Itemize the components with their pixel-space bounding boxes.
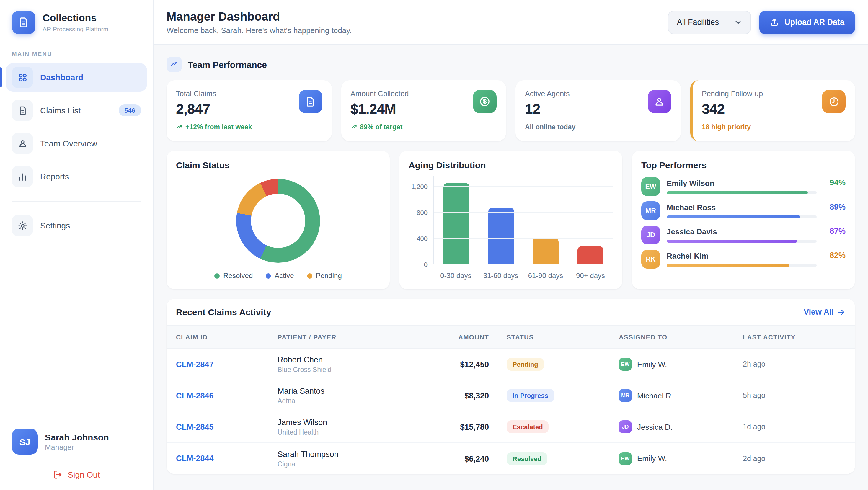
progress-fill xyxy=(666,215,800,218)
facility-filter-select[interactable]: All Facilities xyxy=(668,10,751,34)
sidebar-divider xyxy=(12,201,141,202)
patient-name: Sarah Thompson xyxy=(278,450,447,458)
avatar: EW xyxy=(641,177,660,196)
aging-yaxis: 04008001,200 xyxy=(409,176,433,265)
charts-row: Claim Status Resolved Active xyxy=(166,151,855,289)
progress-fill xyxy=(666,264,790,267)
stat-note: 89% of target xyxy=(350,123,497,130)
claims-count-badge: 546 xyxy=(118,104,141,116)
trend-up-icon xyxy=(350,124,357,130)
profile-name: Sarah Johnson xyxy=(45,432,109,442)
status-badge: In Progress xyxy=(507,389,554,402)
claim-amount: $12,450 xyxy=(460,360,489,369)
logout-icon xyxy=(53,470,63,479)
claim-amount: $8,320 xyxy=(464,391,489,400)
table-row[interactable]: CLM-2844 Sarah Thompson Cigna $6,240 Res… xyxy=(166,443,855,474)
last-activity: 1d ago xyxy=(743,423,845,431)
performer-name: Rachel Kim xyxy=(666,251,817,261)
sidebar-item-label: Team Overview xyxy=(40,139,141,148)
legend-item: Resolved xyxy=(214,272,253,280)
sidebar-item-team-overview[interactable]: Team Overview xyxy=(6,129,147,158)
claim-status-card: Claim Status Resolved Active xyxy=(166,151,390,289)
menu-section-label: MAIN MENU xyxy=(0,51,153,57)
upload-ar-data-button[interactable]: Upload AR Data xyxy=(760,10,855,34)
active-indicator xyxy=(0,67,2,87)
table-row[interactable]: CLM-2846 Maria Santos Aetna $8,320 In Pr… xyxy=(166,380,855,411)
payer-name: United Health xyxy=(278,429,447,436)
table-row[interactable]: CLM-2847 Robert Chen Blue Cross Shield $… xyxy=(166,349,855,380)
app-logo-icon xyxy=(12,11,35,34)
view-all-link[interactable]: View All xyxy=(804,308,845,316)
section-title: Team Performance xyxy=(188,59,267,69)
claim-id-link[interactable]: CLM-2846 xyxy=(176,391,271,400)
upload-icon xyxy=(770,18,779,27)
last-activity: 2h ago xyxy=(743,360,845,368)
dollar-icon xyxy=(473,90,497,113)
app-tagline: AR Processing Platform xyxy=(42,25,108,32)
claim-amount: $15,780 xyxy=(460,423,489,432)
bar-31-60-days xyxy=(488,208,514,265)
progress-track xyxy=(666,240,817,243)
clock-icon xyxy=(822,90,845,113)
avatar: EW xyxy=(619,452,632,465)
assignee-cell: MR Michael R. xyxy=(619,389,743,402)
assignee-name: Emily W. xyxy=(637,454,667,463)
stat-note: +12% from last week xyxy=(176,123,322,130)
assignee-name: Michael R. xyxy=(637,391,674,400)
dashboard-content: Team Performance Total Claims 2,847 xyxy=(154,45,868,490)
progress-track xyxy=(666,215,817,218)
donut-hole xyxy=(251,194,305,248)
y-tick-label: 400 xyxy=(416,235,428,242)
sign-out-button[interactable]: Sign Out xyxy=(0,470,153,479)
recent-claims-card: Recent Claims Activity View All CLAIM ID… xyxy=(166,299,855,474)
table-row[interactable]: CLM-2845 James Wilson United Health $15,… xyxy=(166,411,855,443)
y-tick-label: 1,200 xyxy=(411,183,428,190)
sidebar-item-claims-list[interactable]: Claims List 546 xyxy=(6,96,147,125)
column-header: PATIENT / PAYER xyxy=(271,334,447,341)
avatar: SJ xyxy=(12,429,38,455)
stat-value: 342 xyxy=(702,101,763,118)
chart-title: Claim Status xyxy=(176,160,380,170)
sidebar-item-dashboard[interactable]: Dashboard xyxy=(6,63,147,92)
progress-track xyxy=(666,264,817,267)
x-tick-label: 0-30 days xyxy=(433,272,478,280)
sign-out-label: Sign Out xyxy=(68,470,100,479)
performer-row: MR Michael Ross 89% xyxy=(641,201,845,220)
sidebar: Collections AR Processing Platform MAIN … xyxy=(0,0,154,490)
performer-row: RK Rachel Kim 82% xyxy=(641,250,845,269)
performer-name: Michael Ross xyxy=(666,203,817,212)
x-tick-label: 31-60 days xyxy=(478,272,523,280)
assignee-cell: EW Emily W. xyxy=(619,452,743,465)
legend-item: Active xyxy=(266,272,294,280)
trend-up-icon xyxy=(166,57,182,72)
claim-id-link[interactable]: CLM-2845 xyxy=(176,422,271,431)
stat-value: 2,847 xyxy=(176,101,216,118)
column-header: AMOUNT xyxy=(447,334,507,341)
column-header: CLAIM ID xyxy=(176,334,271,341)
status-badge: Escalated xyxy=(507,420,549,433)
assignee-cell: EW Emily W. xyxy=(619,358,743,371)
x-tick-label: 61-90 days xyxy=(523,272,568,280)
performer-score: 87% xyxy=(823,227,845,236)
claim-id-link[interactable]: CLM-2844 xyxy=(176,454,271,463)
assignee-name: Jessica D. xyxy=(637,422,673,431)
legend-dot xyxy=(214,273,220,278)
column-header: STATUS xyxy=(507,334,619,341)
sidebar-item-reports[interactable]: Reports xyxy=(6,162,147,191)
sidebar-item-settings[interactable]: Settings xyxy=(6,211,147,240)
x-tick-label: 90+ days xyxy=(568,272,613,280)
bar-chart-icon xyxy=(12,166,33,187)
table-header-row: CLAIM ID PATIENT / PAYER AMOUNT STATUS A… xyxy=(166,325,855,349)
performer-row: EW Emily Wilson 94% xyxy=(641,177,845,196)
page-title: Manager Dashboard xyxy=(166,10,352,23)
top-performers-card: Top Performers EW Emily Wilson 94% MR xyxy=(632,151,855,289)
claim-id-link[interactable]: CLM-2847 xyxy=(176,360,271,369)
last-activity: 5h ago xyxy=(743,391,845,400)
brand: Collections AR Processing Platform xyxy=(0,11,153,34)
page-subtitle: Welcome back, Sarah. Here's what's happe… xyxy=(166,26,352,34)
trend-up-icon xyxy=(176,124,182,130)
users-icon xyxy=(12,133,33,154)
legend-dot xyxy=(266,273,271,278)
performer-name: Emily Wilson xyxy=(666,179,817,188)
arrow-right-icon xyxy=(837,308,845,316)
